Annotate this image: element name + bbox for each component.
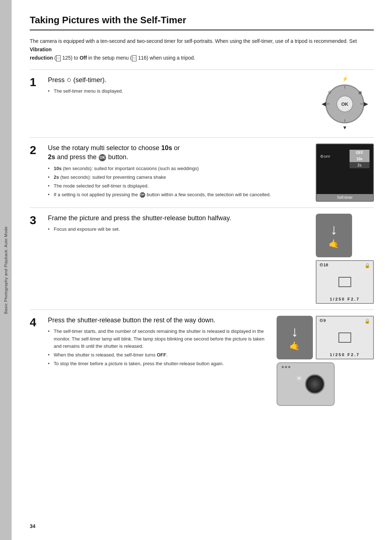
- step-2-b3-text: The mode selected for self-timer is disp…: [54, 183, 149, 189]
- step-2-main: Use the rotary multi selector to choose …: [48, 144, 309, 200]
- vf4-focus-box: [339, 333, 351, 343]
- st-2s-item: 2s: [350, 162, 369, 168]
- step-4-bullets: The self-timer starts, and the number of…: [48, 328, 269, 367]
- camera-lens: [305, 374, 325, 394]
- dial-svg: ⚡ ▼ ◀ ▶ OK ⏲ ▣: [316, 76, 374, 130]
- vf3-top-left: ⏲10: [319, 263, 328, 267]
- svg-text:▶: ▶: [364, 101, 368, 107]
- vf3-bottom: 1/250 F2.7: [317, 297, 373, 301]
- step-3-title-text: Frame the picture and press the shutter-…: [48, 214, 231, 222]
- intro-text-1: The camera is equipped with a ten-second…: [30, 38, 357, 44]
- dot-2: [285, 366, 287, 368]
- step-2: 2 Use the rotary multi selector to choos…: [30, 137, 374, 207]
- step-4-b3-text: To stop the timer before a picture is ta…: [54, 361, 224, 366]
- step-3-images: ↓ 🤙 ⏲10 🔒 1/250 F2.7: [316, 214, 374, 304]
- intro-bold-off: Off: [79, 55, 87, 61]
- step-2-number: 2: [30, 144, 48, 156]
- step-3-number: 3: [30, 214, 48, 226]
- step-4-main: Press the shutter-release button the res…: [48, 316, 269, 369]
- shutter-button-image: ↓ 🤙: [316, 214, 352, 257]
- vf4-top-left: ⏲9: [319, 318, 326, 323]
- cam-sun-icon: ☀: [295, 374, 303, 383]
- step-2-bullet-4: If a setting is not applied by pressing …: [48, 191, 309, 198]
- vf3-focus-box: [339, 277, 351, 287]
- intro-paragraph: The camera is equipped with a ten-second…: [30, 37, 374, 62]
- step-1-bullets: The self-timer menu is displayed.: [48, 88, 309, 95]
- step-4-b1-text: The self-timer starts, and the number of…: [54, 329, 264, 348]
- intro-bold-vibration: Vibrationreduction: [30, 47, 53, 61]
- ok-button-ref-step2: OK: [99, 154, 106, 161]
- ref2-icon: □: [132, 55, 136, 61]
- step-2-title: Use the rotary multi selector to choose …: [48, 144, 309, 162]
- step-4-title-text: Press the shutter-release button the res…: [48, 317, 215, 324]
- svg-text:▼: ▼: [342, 125, 347, 130]
- st-menu: OFF 10s 2s: [350, 150, 369, 168]
- vf4-bottom: 1/250 F2.7: [317, 352, 373, 357]
- step-2-bullet-2: 2s (two seconds): suited for preventing …: [48, 174, 309, 181]
- step-1-title-post: (self-timer).: [72, 76, 106, 84]
- side-tab: Basic Photography and Playback: Auto Mod…: [0, 0, 12, 540]
- cam-flash-dots: [282, 366, 290, 368]
- step-2-end: button.: [106, 153, 128, 161]
- step-1-title-pre: Press: [48, 76, 66, 84]
- step-2-b2-bold: 2s: [54, 174, 59, 180]
- step-4-bullet-3: To stop the timer before a picture is ta…: [48, 360, 269, 367]
- step-4-viewfinder: ⏲9 🔒 1/250 F2.7: [316, 316, 374, 359]
- step-2-bullet-1: 10s (ten seconds): suited for important …: [48, 165, 309, 172]
- step-4-b2-off: OFF: [157, 352, 166, 358]
- intro-text-3: in the setup menu (□ 116) when using a t…: [87, 55, 195, 61]
- shutter4-arrow: ↓: [291, 324, 298, 339]
- st-bottom-label: Self-timer: [317, 194, 373, 201]
- vf4-top-right: 🔒: [364, 318, 370, 324]
- st-10s-item: 10s: [350, 156, 369, 162]
- step-2-b4-pre: If a setting is not applied by pressing …: [54, 192, 139, 197]
- svg-text:⏲: ⏲: [328, 90, 332, 94]
- page-title: Taking Pictures with the Self-Timer: [30, 15, 374, 31]
- shutter-image-step4: ↓ 🤙: [277, 316, 313, 359]
- step-1-title: Press ⏲ (self-timer).: [48, 76, 309, 85]
- step-4-bullet-2: When the shutter is released, the self-t…: [48, 351, 269, 359]
- step-2-10s: 10s: [161, 144, 172, 152]
- camera-body-image: ☀: [277, 362, 335, 406]
- dot-3: [288, 366, 290, 368]
- step-2-bullets: 10s (ten seconds): suited for important …: [48, 165, 309, 199]
- dot-1: [282, 366, 284, 368]
- ref1-icon: □: [56, 55, 60, 61]
- step-2-or: or: [172, 144, 180, 152]
- ok-button-ref-small: OK: [140, 192, 145, 198]
- svg-text:◀: ◀: [322, 101, 326, 107]
- step-3-viewfinder: ⏲10 🔒 1/250 F2.7: [316, 260, 374, 304]
- step-4-b2-end: .: [166, 352, 168, 358]
- step-3-bullet-1: Focus and exposure will be set.: [48, 226, 309, 233]
- intro-text-2: (□ 125) to: [53, 55, 79, 61]
- shutter-down-arrow: ↓: [330, 222, 338, 237]
- shutter-hand-icon: 🤙: [328, 239, 339, 249]
- step-4-bullet-1: The self-timer starts, and the number of…: [48, 328, 269, 350]
- step-2-mid: and press the: [55, 153, 98, 161]
- step-3-b1-text: Focus and exposure will be set.: [54, 226, 120, 232]
- self-timer-icon: ⏲: [66, 77, 72, 83]
- page-content: Taking Pictures with the Self-Timer The …: [12, 0, 392, 540]
- step-3-bullets: Focus and exposure will be set.: [48, 226, 309, 233]
- step-1-bullet-1: The self-timer menu is displayed.: [48, 88, 309, 95]
- side-tab-label: Basic Photography and Playback: Auto Mod…: [4, 226, 8, 314]
- svg-text:⚡: ⚡: [342, 76, 348, 82]
- step-1-number: 1: [30, 76, 48, 88]
- selftimer-screen: ⏲OFF OFF 10s 2s Self-timer: [316, 144, 374, 202]
- step-1-bullet-text: The self-timer menu is displayed.: [54, 88, 123, 94]
- step-2-bullet-3: The mode selected for self-timer is disp…: [48, 182, 309, 190]
- step4-top-images: ↓ 🤙 ⏲9 🔒 1/250 F2.7: [277, 316, 374, 359]
- shutter4-hand: 🤙: [289, 341, 300, 351]
- step-2-b1-text: (ten seconds): suited for important occa…: [62, 166, 199, 171]
- step-1-image: ⚡ ▼ ◀ ▶ OK ⏲ ▣: [316, 76, 374, 132]
- step-2-image: ⏲OFF OFF 10s 2s Self-timer: [316, 144, 374, 202]
- step-1-main: Press ⏲ (self-timer). The self-timer men…: [48, 76, 309, 96]
- step-4-number: 4: [30, 316, 48, 328]
- st-off-item: OFF: [350, 150, 369, 156]
- step-2-b4-post: button within a few seconds, the selecti…: [146, 192, 271, 197]
- st-left-label: ⏲OFF: [320, 154, 330, 158]
- intro-bold-reduction: reduction: [30, 55, 53, 61]
- page-number: 34: [30, 523, 36, 529]
- svg-text:OK: OK: [341, 101, 348, 107]
- step-1: 1 Press ⏲ (self-timer). The self-timer m…: [30, 69, 374, 137]
